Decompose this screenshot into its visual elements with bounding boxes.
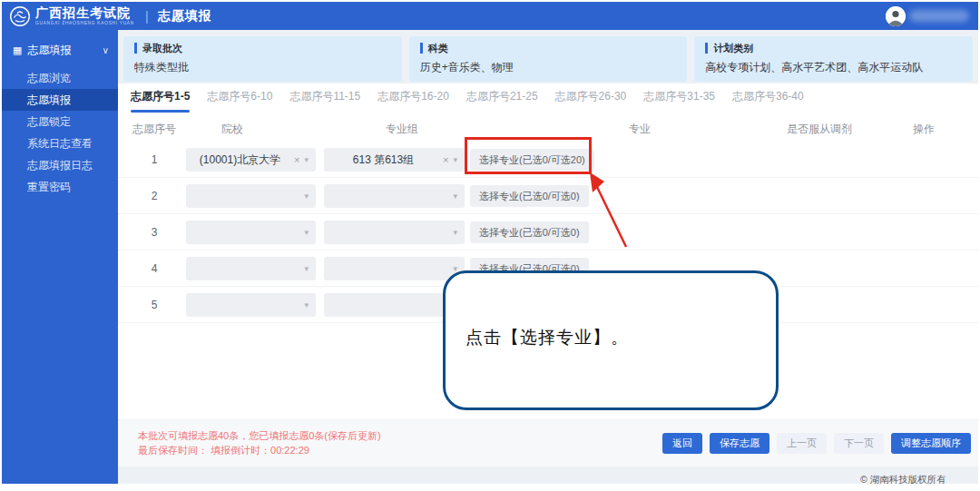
col-group: 专业组 bbox=[375, 122, 429, 137]
sidebar-group-label: 志愿填报 bbox=[27, 43, 71, 58]
header-divider: | bbox=[145, 9, 149, 24]
menu-grid-icon: ▦ bbox=[13, 44, 22, 56]
info-cards: 录取批次 特殊类型批 科类 历史+音乐类、物理 计划类别 高校专项计划、高水平艺… bbox=[123, 36, 973, 82]
select-major-button[interactable]: 选择专业(已选0/可选20) bbox=[470, 149, 594, 171]
col-actions: 操作 bbox=[897, 122, 951, 137]
tab-seq-26-30[interactable]: 志愿序号26-30 bbox=[555, 89, 627, 113]
callout-text: 点击【选择专业】。 bbox=[466, 326, 629, 349]
prev-page-button[interactable]: 上一页 bbox=[777, 433, 827, 454]
page-title: 志愿填报 bbox=[158, 8, 212, 25]
select-major-button[interactable]: 选择专业(已选0/可选0) bbox=[470, 221, 589, 243]
college-select[interactable]: (10001)北京大学 × ▾ bbox=[186, 148, 316, 172]
main-area: 录取批次 特殊类型批 科类 历史+音乐类、物理 计划类别 高校专项计划、高水平艺… bbox=[118, 30, 978, 484]
major-group-select[interactable]: 613 第613组 × ▾ bbox=[324, 148, 465, 172]
top-header: 广西招生考试院 GUANGXI ZHAOSHENG KAOSHI YUAN | … bbox=[2, 2, 978, 30]
quota-notice: 本批次可填报志愿40条，您已填报志愿0条(保存后更新) 最后保存时间： 填报倒计… bbox=[138, 428, 381, 457]
col-major: 专业 bbox=[612, 122, 667, 137]
card-value: 历史+音乐类、物理 bbox=[420, 60, 677, 75]
caret-down-icon[interactable]: ▾ bbox=[453, 155, 457, 164]
table-row: 1 (10001)北京大学 × ▾ 613 第613组 × ▾ 选择专业(已选0… bbox=[118, 142, 978, 178]
sidebar-item-fill[interactable]: 志愿填报 bbox=[2, 89, 118, 111]
college-select-value: (10001)北京大学 bbox=[186, 152, 294, 168]
tab-seq-6-10[interactable]: 志愿序号6-10 bbox=[207, 89, 272, 113]
major-group-select[interactable]: ▾ bbox=[324, 184, 465, 208]
brand-logo-icon bbox=[9, 5, 31, 27]
return-button[interactable]: 返回 bbox=[662, 433, 702, 454]
sidebar-item-fill-log[interactable]: 志愿填报日志 bbox=[2, 154, 118, 176]
next-page-button[interactable]: 下一页 bbox=[834, 433, 884, 454]
adjust-order-button[interactable]: 调整志愿顺序 bbox=[891, 433, 971, 454]
col-obey-adjustment: 是否服从调剂 bbox=[774, 122, 865, 137]
col-seq: 志愿序号 bbox=[127, 122, 181, 137]
caret-down-icon[interactable]: ▾ bbox=[304, 191, 309, 201]
college-select[interactable]: ▾ bbox=[186, 293, 316, 317]
user-name-redacted bbox=[909, 10, 969, 22]
major-group-select-value: 613 第613组 bbox=[324, 152, 443, 168]
caret-down-icon[interactable]: ▾ bbox=[453, 228, 457, 237]
tab-seq-1-5[interactable]: 志愿序号1-5 bbox=[131, 89, 190, 113]
college-select[interactable]: ▾ bbox=[186, 221, 316, 244]
clear-icon[interactable]: × bbox=[443, 154, 448, 165]
card-plan-category: 计划类别 高校专项计划、高水平艺术团、高水平运动队 bbox=[694, 36, 973, 82]
sidebar-group-volunteer[interactable]: ▦ 志愿填报 ∨ bbox=[2, 30, 118, 67]
user-avatar[interactable] bbox=[886, 6, 906, 26]
caret-down-icon[interactable]: ▾ bbox=[304, 155, 309, 164]
tab-seq-21-25[interactable]: 志愿序号21-25 bbox=[466, 89, 538, 113]
sidebar-item-system-log[interactable]: 系统日志查看 bbox=[2, 133, 118, 154]
major-group-select[interactable]: ▾ bbox=[324, 221, 465, 244]
table-row: 3 ▾ ▾ 选择专业(已选0/可选0) bbox=[118, 214, 978, 250]
select-major-button[interactable]: 选择专业(已选0/可选0) bbox=[470, 185, 589, 207]
save-volunteers-button[interactable]: 保存志愿 bbox=[710, 433, 769, 454]
footer-buttons: 返回 保存志愿 上一页 下一页 调整志愿顺序 bbox=[662, 433, 971, 454]
caret-down-icon[interactable]: ▾ bbox=[453, 191, 457, 201]
row-seq: 4 bbox=[127, 250, 181, 287]
app-root: 广西招生考试院 GUANGXI ZHAOSHENG KAOSHI YUAN | … bbox=[0, 0, 980, 491]
card-label: 科类 bbox=[420, 43, 677, 54]
row-seq: 2 bbox=[127, 178, 181, 214]
brand-name: 广西招生考试院 bbox=[35, 6, 134, 19]
card-value: 特殊类型批 bbox=[134, 60, 391, 75]
table-row: 2 ▾ ▾ 选择专业(已选0/可选0) bbox=[118, 178, 978, 214]
sequence-tabs: 志愿序号1-5 志愿序号6-10 志愿序号11-15 志愿序号16-20 志愿序… bbox=[131, 89, 804, 113]
sidebar-item-reset-password[interactable]: 重置密码 bbox=[2, 176, 118, 198]
sidebar-item-lock[interactable]: 志愿锁定 bbox=[2, 111, 118, 133]
tab-seq-16-20[interactable]: 志愿序号16-20 bbox=[377, 89, 449, 113]
row-seq: 5 bbox=[127, 287, 181, 323]
tab-seq-36-40[interactable]: 志愿序号36-40 bbox=[732, 89, 804, 113]
sidebar-item-browse[interactable]: 志愿浏览 bbox=[2, 67, 118, 89]
card-subject-category: 科类 历史+音乐类、物理 bbox=[409, 36, 688, 82]
card-label: 计划类别 bbox=[705, 43, 962, 54]
sidebar-nav: ▦ 志愿填报 ∨ 志愿浏览 志愿填报 志愿锁定 系统日志查看 志愿填报日志 重置… bbox=[2, 30, 118, 484]
table-header: 志愿序号 院校 专业组 专业 是否服从调剂 操作 bbox=[118, 116, 978, 140]
quota-notice-line1: 本批次可填报志愿40条，您已填报志愿0条(保存后更新) bbox=[138, 428, 381, 443]
col-college: 院校 bbox=[205, 122, 260, 137]
tab-seq-11-15[interactable]: 志愿序号11-15 bbox=[289, 89, 360, 113]
panel-footer: 本批次可填报志愿40条，您已填报志愿0条(保存后更新) 最后保存时间： 填报倒计… bbox=[118, 419, 978, 466]
row-seq: 3 bbox=[127, 214, 181, 250]
copyright-watermark: © 湖南科技版权所有 bbox=[860, 474, 946, 486]
caret-down-icon[interactable]: ▾ bbox=[304, 228, 309, 237]
college-select[interactable]: ▾ bbox=[186, 257, 316, 280]
college-select[interactable]: ▾ bbox=[186, 184, 316, 208]
row-seq: 1 bbox=[127, 142, 181, 178]
brand-subtitle: GUANGXI ZHAOSHENG KAOSHI YUAN bbox=[35, 21, 134, 25]
content-panel: 志愿序号1-5 志愿序号6-10 志愿序号11-15 志愿序号16-20 志愿序… bbox=[118, 83, 978, 466]
card-label: 录取批次 bbox=[134, 43, 391, 54]
card-admission-batch: 录取批次 特殊类型批 bbox=[123, 36, 402, 82]
caret-down-icon[interactable]: ▾ bbox=[304, 300, 309, 309]
quota-notice-line2: 最后保存时间： 填报倒计时：00:22:29 bbox=[138, 443, 381, 457]
clear-icon[interactable]: × bbox=[294, 154, 299, 165]
chevron-down-icon: ∨ bbox=[103, 45, 109, 55]
tutorial-callout: 点击【选择专业】。 bbox=[443, 270, 779, 410]
caret-down-icon[interactable]: ▾ bbox=[304, 264, 309, 273]
card-value: 高校专项计划、高水平艺术团、高水平运动队 bbox=[705, 60, 962, 75]
major-group-select[interactable]: ▾ bbox=[324, 257, 465, 280]
tab-seq-31-35[interactable]: 志愿序号31-35 bbox=[643, 89, 715, 113]
